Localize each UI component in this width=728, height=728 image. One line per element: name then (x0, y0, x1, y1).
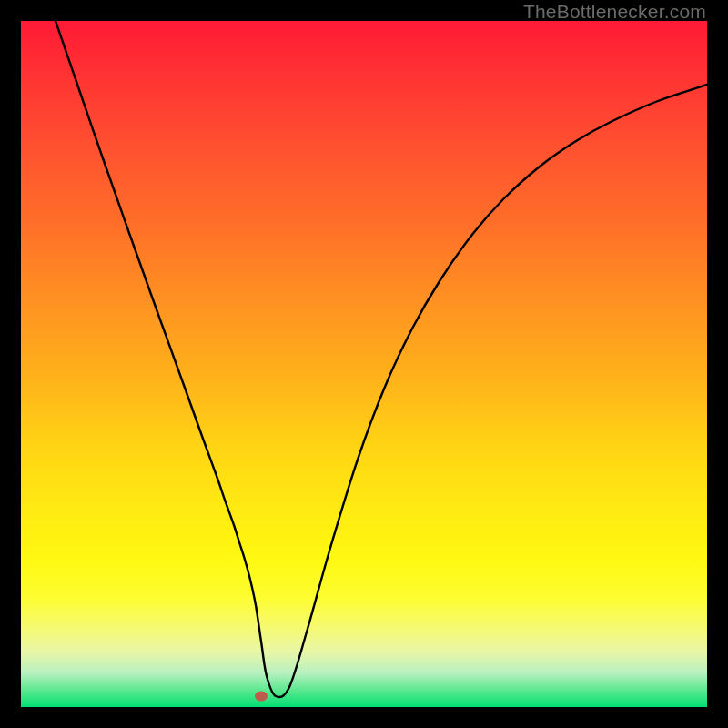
chart-plot-area (21, 21, 707, 707)
bottleneck-curve-path (56, 21, 707, 697)
optimal-point-marker (255, 691, 268, 701)
watermark-text: TheBottlenecker.com (523, 1, 706, 23)
bottleneck-curve-svg (21, 21, 707, 707)
